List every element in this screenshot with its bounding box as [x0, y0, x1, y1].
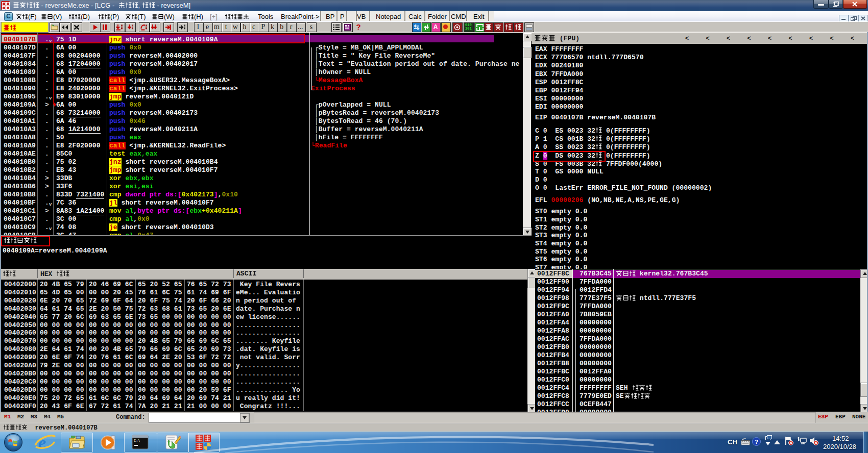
svg-text:?: ? — [755, 439, 758, 445]
svg-text:C:\: C:\ — [134, 439, 140, 443]
